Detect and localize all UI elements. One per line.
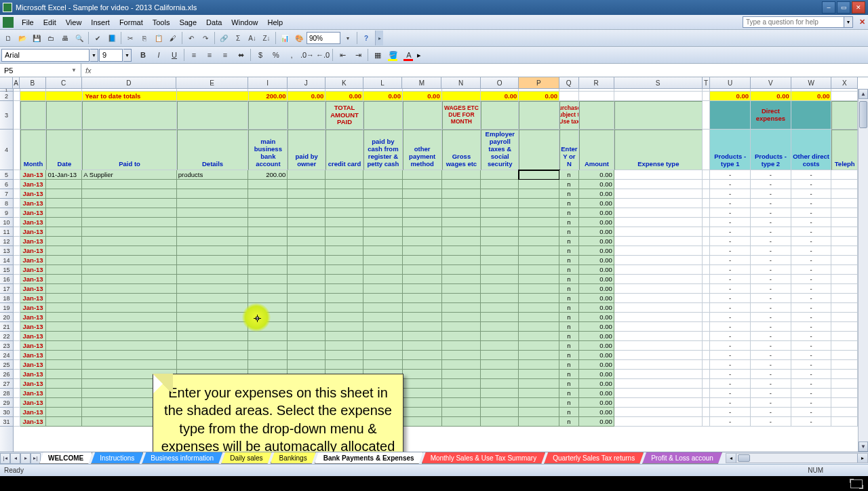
cell-S5[interactable] xyxy=(614,170,703,180)
cell-U6[interactable]: - xyxy=(710,180,751,189)
cell-B17[interactable]: Jan-13 xyxy=(20,284,47,294)
cell-U9[interactable]: - xyxy=(710,208,751,218)
cell-P23[interactable] xyxy=(519,341,559,351)
cell-R27[interactable]: 0.00 xyxy=(579,379,614,389)
cell-V23[interactable]: - xyxy=(751,341,791,351)
cell-M18[interactable] xyxy=(403,294,442,303)
cell-V30[interactable]: - xyxy=(751,408,791,417)
cell-M8[interactable] xyxy=(403,199,442,208)
cell-V6[interactable]: - xyxy=(751,180,791,189)
cell-C7[interactable] xyxy=(46,189,82,199)
new-icon[interactable]: 🗋 xyxy=(1,31,15,45)
cell-J3[interactable] xyxy=(288,101,326,130)
cell-O18[interactable] xyxy=(481,294,519,303)
row-header-4[interactable]: 4 xyxy=(0,130,13,170)
cell-E25[interactable] xyxy=(177,360,249,370)
cell-O17[interactable] xyxy=(481,284,519,294)
menu-window[interactable]: Window xyxy=(226,16,262,28)
cell-D18[interactable] xyxy=(82,294,176,303)
cell-R2[interactable] xyxy=(579,92,614,101)
cell-V24[interactable]: - xyxy=(751,351,791,360)
cell-V28[interactable]: - xyxy=(751,389,791,398)
row-header-17[interactable]: 17 xyxy=(0,284,13,294)
cell-J24[interactable] xyxy=(288,351,326,360)
cell-W7[interactable]: - xyxy=(791,189,832,199)
cell-R6[interactable]: 0.00 xyxy=(579,180,614,189)
cell-I16[interactable] xyxy=(248,275,288,284)
cell-N14[interactable] xyxy=(442,256,481,265)
cell-O29[interactable] xyxy=(481,398,519,408)
row-header-9[interactable]: 9 xyxy=(0,208,13,218)
cell-N13[interactable] xyxy=(442,246,481,256)
merge-center-icon[interactable]: ⬌ xyxy=(233,48,248,62)
cell-E6[interactable] xyxy=(177,180,249,189)
cell-X13[interactable] xyxy=(831,246,858,256)
cell-X26[interactable] xyxy=(831,370,858,379)
cell-B9[interactable]: Jan-13 xyxy=(20,208,47,218)
cell-L10[interactable] xyxy=(363,218,403,227)
cell-C13[interactable] xyxy=(46,246,82,256)
cell-N20[interactable] xyxy=(442,313,481,322)
cell-X30[interactable] xyxy=(831,408,858,417)
cell-L25[interactable] xyxy=(363,360,403,370)
cell-I13[interactable] xyxy=(248,246,288,256)
cell-B3[interactable] xyxy=(20,101,47,130)
cell-D11[interactable] xyxy=(82,227,176,237)
cell-T19[interactable] xyxy=(703,303,711,313)
cell-A12[interactable] xyxy=(14,237,20,246)
cell-C5[interactable]: 01-Jan-13 xyxy=(46,170,82,180)
cell-T4[interactable] xyxy=(703,130,711,170)
cell-N26[interactable] xyxy=(442,370,481,379)
cell-C16[interactable] xyxy=(46,275,82,284)
cell-Q3[interactable]: Purchases subject to Use tax xyxy=(559,101,579,130)
cell-X17[interactable] xyxy=(831,284,858,294)
cell-U21[interactable]: - xyxy=(710,322,751,332)
cell-X10[interactable] xyxy=(831,218,858,227)
cell-N18[interactable] xyxy=(442,294,481,303)
row-header-3[interactable]: 3 xyxy=(0,101,13,130)
cell-M22[interactable] xyxy=(403,332,442,341)
cell-P11[interactable] xyxy=(519,227,559,237)
cell-M6[interactable] xyxy=(403,180,442,189)
drawing-icon[interactable]: 🎨 xyxy=(292,31,306,45)
cell-V4[interactable]: Products - type 2 xyxy=(751,130,791,170)
save-icon[interactable]: 💾 xyxy=(30,31,43,45)
cell-R30[interactable]: 0.00 xyxy=(579,408,614,417)
cell-J7[interactable] xyxy=(288,189,326,199)
cell-C6[interactable] xyxy=(46,180,82,189)
row-header-29[interactable]: 29 xyxy=(0,398,13,408)
cell-B16[interactable]: Jan-13 xyxy=(20,275,47,284)
cell-N7[interactable] xyxy=(442,189,481,199)
cell-K15[interactable] xyxy=(326,265,363,275)
cell-O15[interactable] xyxy=(481,265,519,275)
cell-L12[interactable] xyxy=(363,237,403,246)
cell-C20[interactable] xyxy=(46,313,82,322)
cell-R13[interactable]: 0.00 xyxy=(579,246,614,256)
cell-D16[interactable] xyxy=(82,275,176,284)
cell-M4[interactable]: other payment method xyxy=(403,130,442,170)
cell-C22[interactable] xyxy=(46,332,82,341)
hyperlink-icon[interactable]: 🔗 xyxy=(217,31,231,45)
menu-tools[interactable]: Tools xyxy=(148,16,175,28)
cell-D9[interactable] xyxy=(82,208,176,218)
cell-S16[interactable] xyxy=(614,275,703,284)
cell-P6[interactable] xyxy=(519,180,559,189)
cell-L24[interactable] xyxy=(363,351,403,360)
cell-A27[interactable] xyxy=(14,379,20,389)
cell-J15[interactable] xyxy=(288,265,326,275)
help-search-input[interactable] xyxy=(743,16,844,28)
cell-X23[interactable] xyxy=(831,341,858,351)
cell-N19[interactable] xyxy=(442,303,481,313)
cell-Q19[interactable]: n xyxy=(559,303,579,313)
cell-I19[interactable] xyxy=(248,303,288,313)
cell-S6[interactable] xyxy=(614,180,703,189)
cell-T17[interactable] xyxy=(703,284,711,294)
cell-A20[interactable] xyxy=(14,313,20,322)
cell-R4[interactable]: Amount xyxy=(579,130,614,170)
col-header-M[interactable]: M xyxy=(402,77,441,88)
cell-S7[interactable] xyxy=(614,189,703,199)
cell-R15[interactable]: 0.00 xyxy=(579,265,614,275)
hscroll-left-icon[interactable]: ◂ xyxy=(726,454,736,463)
cell-Q11[interactable]: n xyxy=(559,227,579,237)
cell-U22[interactable]: - xyxy=(710,332,751,341)
